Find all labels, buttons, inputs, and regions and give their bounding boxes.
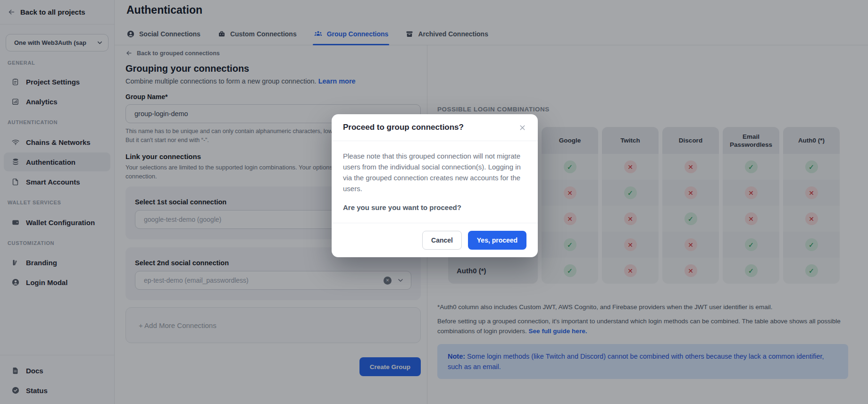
- yes-proceed-button[interactable]: Yes, proceed: [468, 231, 526, 250]
- confirm-dialog: Proceed to group connections? Please not…: [332, 114, 538, 257]
- cancel-button[interactable]: Cancel: [422, 231, 462, 250]
- dialog-confirm-question: Are you sure you want to proceed?: [343, 203, 526, 211]
- close-icon[interactable]: [518, 124, 526, 132]
- dialog-body-text: Please note that this grouped connection…: [343, 151, 526, 194]
- dialog-title: Proceed to group connections?: [343, 123, 518, 132]
- app-window: Back to all projects One with Web3Auth (…: [0, 0, 868, 404]
